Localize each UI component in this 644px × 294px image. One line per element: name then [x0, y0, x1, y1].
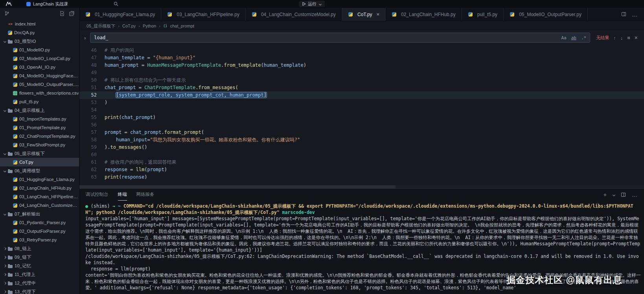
panel-more-icon[interactable]: … — [632, 192, 638, 198]
tree-item-file[interactable]: 01_PromptTemplate.py — [0, 123, 79, 132]
horizontal-scrollbar[interactable] — [79, 185, 644, 188]
find-close-icon[interactable]: × — [635, 35, 638, 41]
branch-icon[interactable] — [5, 11, 9, 16]
breadcrumb-item[interactable]: Python — [143, 24, 156, 28]
find-in-selection-icon[interactable]: ≡ — [627, 35, 630, 41]
tree-item-file[interactable]: 01_HuggingFace_Llama.py — [0, 175, 79, 184]
panel-tab[interactable]: 调试控制台 — [86, 189, 109, 201]
tree-item-folder[interactable]: 08_链上 — [0, 244, 79, 253]
code-line[interactable]: 51chat_prompt = ChatPromptTemplate.from_… — [79, 84, 644, 91]
toggle-replace-icon[interactable]: › — [84, 35, 86, 41]
tree-item-label: 05_提示模板下 — [15, 151, 45, 157]
panel-tab[interactable]: 网络服务 — [136, 189, 155, 201]
editor-tab[interactable]: pull_t5.py — [462, 8, 504, 21]
code-line[interactable]: 50# 将以上所有信息结合为一个聊天提示 — [79, 77, 644, 84]
tree-item-file[interactable]: 03_OpenAI_IO.py — [0, 63, 79, 71]
breadcrumb-item[interactable]: chat_prompt — [170, 24, 194, 28]
code-area[interactable]: 46# 用户的询问47human_template = "{human_inpu… — [79, 45, 644, 188]
tree-item-folder[interactable]: 05_提示模板下 — [0, 149, 79, 158]
find-input-box[interactable]: Aa ab .* — [90, 33, 590, 43]
find-widget: › Aa ab .* 无结果 ↑ ↓ ≡ × — [79, 31, 644, 45]
match-case-icon[interactable]: Aa — [561, 35, 566, 40]
editor-tab[interactable]: CoT.py× — [342, 8, 386, 21]
whole-word-icon[interactable]: ab — [571, 35, 576, 40]
tree-item-file[interactable]: 02_LangChain_HFHub.py — [0, 184, 79, 192]
find-prev-icon[interactable]: ↑ — [613, 35, 616, 41]
code-line[interactable]: 61# 接收用户的询问，返回回答结果 — [79, 159, 644, 166]
panel-tab[interactable]: 终端 — [118, 189, 127, 201]
tree-item-file[interactable]: 02_OutputFixParser.py — [0, 227, 79, 236]
tree-item-file[interactable]: 03_RetryParser.py — [0, 236, 79, 244]
run-button[interactable]: 运行 — [299, 1, 325, 7]
tree-item-file[interactable]: 04_ModelIO_HuggingFace.py — [0, 71, 79, 80]
code-line[interactable]: 46# 用户的询问 — [79, 47, 644, 54]
tree-item-label: 07_解析输出 — [15, 211, 40, 217]
python-file-icon — [13, 177, 17, 182]
tree-item-file[interactable]: 01_Pydantic_Parser.py — [0, 218, 79, 227]
tree-item-file[interactable]: DocQA.py — [0, 28, 79, 37]
tree-item-file[interactable]: CoT.py — [0, 158, 79, 166]
tab-close-icon[interactable]: × — [376, 12, 379, 17]
tree-item-folder[interactable]: 06_调用模型 — [0, 166, 79, 175]
code-line[interactable]: 53) — [79, 99, 644, 106]
chevron-down-icon[interactable] — [613, 193, 615, 196]
tree-item-file[interactable]: 03_LangChain_HFPipeline.py — [0, 192, 79, 201]
tree-item-folder[interactable]: 10_记忆 — [0, 261, 79, 270]
tab-label: 05_ModelIO_OutputParser.py — [519, 12, 581, 17]
tree-item-file[interactable]: 02_ModelIO_LoopCall.py — [0, 54, 79, 63]
tree-item-file[interactable]: 01_ModelIO.py — [0, 46, 79, 54]
split-editor-icon[interactable] — [622, 12, 626, 17]
breadcrumb-item[interactable]: 05_提示模板下 — [86, 23, 115, 29]
scrollbar-thumb[interactable] — [79, 185, 396, 188]
tree-item-folder[interactable]: 03_模型IO — [0, 37, 79, 46]
tree-item-file[interactable]: flowers_with_descriptions.csv — [0, 89, 79, 97]
code-line[interactable]: 62response = llm(prompt) — [79, 166, 644, 173]
code-line[interactable]: 63print(response) — [79, 173, 644, 181]
code-line[interactable]: 58 human_input="我想为我的女朋友购买一些花。她喜欢粉色和紫色。你… — [79, 136, 644, 144]
code-line[interactable]: 49 — [79, 69, 644, 77]
code-line[interactable]: 60 — [79, 151, 644, 159]
code-line[interactable]: 56 — [79, 121, 644, 129]
new-file-icon[interactable] — [60, 11, 64, 16]
code-line[interactable]: 55print(chat_prompt) — [79, 114, 644, 121]
regex-icon[interactable]: .* — [581, 35, 586, 40]
find-next-icon[interactable]: ↓ — [620, 35, 623, 41]
tree-item-folder[interactable]: 09_链下 — [0, 253, 79, 261]
find-input[interactable] — [94, 35, 556, 40]
code-line[interactable]: 57prompt = chat_prompt.format_prompt( — [79, 129, 644, 136]
code-line[interactable]: 52 [system_prompt_role, system_prompt_co… — [79, 91, 644, 99]
editor-tab[interactable]: 01_HugggingFace_Llama.py — [79, 8, 161, 21]
editor-tab[interactable]: 05_ModelIO_OutputParser.py — [504, 8, 588, 21]
tabbar-actions: … — [615, 8, 644, 21]
editor-tab[interactable]: 02_LangChain_HFHub.py — [386, 8, 462, 21]
tree-item-folder[interactable]: 04_提示模板上 — [0, 106, 79, 115]
tree-item-file[interactable]: <>index.html — [0, 20, 79, 28]
tree-item-file[interactable]: 02_ChatPromptTemplate.py — [0, 132, 79, 141]
tree-item-folder[interactable]: 07_解析输出 — [0, 210, 79, 218]
tree-item-file[interactable]: 03_FewShotPrompt.py — [0, 141, 79, 149]
tree-item-file[interactable]: pull_t5.py — [0, 97, 79, 106]
tree-item-folder[interactable]: 12_代理中 — [0, 279, 79, 287]
line-number: 63 — [79, 173, 97, 181]
more-actions-icon[interactable]: … — [632, 11, 638, 18]
code-line[interactable]: 48human_prompt = HumanMessagePromptTempl… — [79, 62, 644, 69]
code-line[interactable]: 47human_template = "{human_input}" — [79, 54, 644, 62]
split-terminal-icon[interactable] — [621, 192, 626, 198]
tree-item-file[interactable]: 00_ImportTemplates.py — [0, 115, 79, 123]
editor-tab[interactable]: 04_LangChain_CustomizeModel.py — [246, 8, 342, 21]
python-file-icon — [13, 65, 17, 69]
tree-item-file[interactable]: 05_ModelIO_OutputParser.py — [0, 80, 79, 89]
collapse-folders-icon[interactable] — [69, 11, 74, 16]
tree-item-folder[interactable]: 13_代理下 — [0, 287, 79, 294]
breadcrumb-item[interactable]: CoT.py — [122, 24, 136, 28]
new-terminal-icon[interactable]: + — [604, 192, 607, 198]
tree-item-folder[interactable]: 11_代理上 — [0, 270, 79, 279]
code-line[interactable]: 54 — [79, 106, 644, 114]
tree-item-file[interactable]: 04_LangChain_CustomizeMod... — [0, 201, 79, 210]
code-line[interactable]: 59).to_messages() — [79, 144, 644, 151]
search-icon[interactable] — [114, 2, 118, 6]
line-number: 57 — [79, 129, 97, 136]
folder-icon — [8, 213, 13, 216]
python-file-icon — [13, 126, 17, 130]
editor-tab[interactable]: 03_LangChain_HFPipeline.py — [161, 8, 245, 21]
